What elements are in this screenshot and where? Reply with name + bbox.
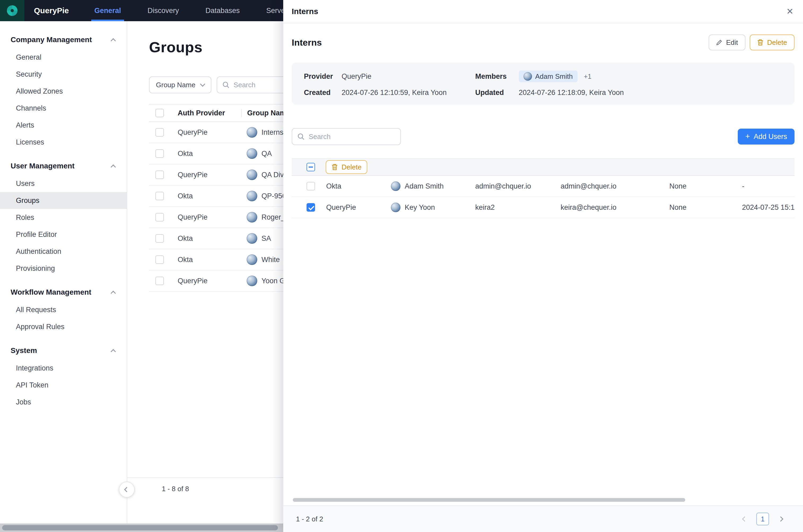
sidebar-section-title-user-management[interactable]: User Management — [0, 157, 127, 175]
member-provider: Okta — [326, 182, 391, 190]
member-provider: QueryPie — [326, 204, 391, 212]
group-name-value[interactable]: White — [262, 256, 280, 264]
nav-tab-discovery[interactable]: Discovery — [145, 0, 181, 21]
group-name-value[interactable]: QA — [262, 150, 272, 158]
bulk-delete-button[interactable]: Delete — [326, 160, 367, 174]
pencil-icon — [716, 39, 722, 45]
sidebar-item-alerts[interactable]: Alerts — [0, 117, 127, 134]
members-toolbar: + Add Users — [292, 128, 795, 145]
sidebar-item-channels[interactable]: Channels — [0, 100, 127, 117]
trash-icon — [331, 164, 338, 171]
sidebar-item-roles[interactable]: Roles — [0, 209, 127, 226]
member-name: Key Yoon — [405, 204, 435, 212]
member-email: admin@chquer.io — [561, 182, 669, 190]
sidebar-collapse-button[interactable] — [119, 481, 135, 497]
scrollbar-thumb[interactable] — [2, 525, 278, 530]
sidebar-item-profile-editor[interactable]: Profile Editor — [0, 226, 127, 243]
chevron-up-icon — [111, 38, 116, 43]
select-all-checkbox[interactable] — [307, 163, 315, 171]
group-avatar — [247, 148, 257, 159]
group-heading-row: Interns Edit Delete — [292, 35, 795, 51]
nav-tab-databases[interactable]: Databases — [204, 0, 242, 21]
select-all-checkbox[interactable] — [155, 109, 164, 117]
members-more-count[interactable]: +1 — [584, 73, 592, 80]
sidebar-section-title-system[interactable]: System — [0, 342, 127, 360]
add-users-button[interactable]: + Add Users — [738, 129, 795, 145]
search-icon — [223, 81, 229, 88]
row-checkbox[interactable] — [155, 277, 164, 285]
auth-provider-value: Okta — [178, 150, 241, 158]
querypie-logo[interactable] — [0, 0, 24, 21]
chevron-right-icon — [778, 516, 783, 522]
member-date: - — [742, 182, 795, 190]
column-auth-provider[interactable]: Auth Provider — [178, 109, 241, 117]
row-checkbox[interactable] — [155, 171, 164, 179]
member-access: None — [669, 182, 742, 190]
row-checkbox[interactable] — [155, 234, 164, 243]
member-access: None — [669, 204, 742, 212]
auth-provider-value: Okta — [178, 234, 241, 243]
row-checkbox[interactable] — [155, 192, 164, 200]
sidebar-item-licenses[interactable]: Licenses — [0, 134, 127, 151]
sidebar-item-api-token[interactable]: API Token — [0, 377, 127, 394]
row-checkbox[interactable] — [155, 255, 164, 264]
chevron-up-icon — [111, 291, 116, 296]
row-checkbox[interactable] — [307, 203, 315, 212]
sidebar-section-title-company-management[interactable]: Company Management — [0, 31, 127, 49]
group-avatar — [247, 127, 257, 138]
sidebar-item-integrations[interactable]: Integrations — [0, 360, 127, 377]
member-row[interactable]: QueryPie Key Yoon keira2 keira@chequer.i… — [292, 197, 795, 218]
group-name-value[interactable]: Interns — [262, 128, 284, 137]
plus-icon: + — [745, 132, 750, 140]
group-info-panel: Provider QueryPie Members Adam Smith +1 … — [292, 62, 795, 105]
edit-button[interactable]: Edit — [709, 35, 745, 51]
sidebar-item-users[interactable]: Users — [0, 175, 127, 192]
member-username: admin@chquer.io — [475, 182, 561, 190]
member-row[interactable]: Okta Adam Smith admin@chquer.io admin@ch… — [292, 176, 795, 197]
trash-icon — [757, 39, 764, 46]
row-checkbox[interactable] — [155, 128, 164, 137]
drawer-header: Interns ✕ — [283, 0, 803, 23]
members-pager: 1 — [741, 513, 785, 525]
nav-tab-general[interactable]: General — [92, 0, 123, 21]
sidebar-item-general[interactable]: General — [0, 49, 127, 66]
admin-sidebar: Company Management General Security Allo… — [0, 21, 127, 524]
sidebar-item-approval-rules[interactable]: Approval Rules — [0, 318, 127, 335]
member-date: 2024-07-25 15:18:34 — [742, 204, 795, 212]
created-value: 2024-07-26 12:10:59, Keira Yoon — [342, 89, 475, 97]
prev-page-button[interactable] — [741, 515, 749, 523]
chevron-down-icon — [200, 81, 205, 87]
auth-provider-value: Okta — [178, 192, 241, 200]
member-name: Adam Smith — [405, 182, 444, 190]
close-icon[interactable]: ✕ — [786, 7, 794, 16]
sidebar-item-allowed-zones[interactable]: Allowed Zones — [0, 83, 127, 100]
provider-value: QueryPie — [342, 72, 475, 81]
members-search-input[interactable] — [309, 133, 395, 141]
row-checkbox[interactable] — [155, 149, 164, 158]
sidebar-item-groups[interactable]: Groups — [0, 192, 127, 209]
auth-provider-value: QueryPie — [178, 128, 241, 137]
group-name-value[interactable]: SA — [262, 234, 271, 243]
next-page-button[interactable] — [777, 515, 785, 523]
sidebar-item-provisioning[interactable]: Provisioning — [0, 260, 127, 277]
members-label: Members — [475, 72, 519, 81]
sidebar-section-user-management: User Management Users Groups Roles Profi… — [0, 157, 127, 277]
group-detail-drawer: Interns ✕ Interns Edit Delete — [283, 0, 803, 532]
sidebar-item-all-requests[interactable]: All Requests — [0, 301, 127, 318]
row-checkbox[interactable] — [155, 213, 164, 222]
delete-group-button[interactable]: Delete — [750, 35, 795, 51]
page-number-button[interactable]: 1 — [756, 513, 769, 525]
row-checkbox[interactable] — [307, 182, 315, 190]
drawer-horizontal-scrollbar[interactable] — [293, 498, 685, 502]
group-avatar — [247, 212, 257, 223]
drawer-footer: 1 - 2 of 2 1 — [283, 506, 803, 532]
sidebar-item-authentication[interactable]: Authentication — [0, 243, 127, 260]
sidebar-section-title-workflow-management[interactable]: Workflow Management — [0, 283, 127, 301]
sidebar-item-security[interactable]: Security — [0, 66, 127, 83]
member-chip[interactable]: Adam Smith — [519, 71, 578, 82]
delete-button-label: Delete — [767, 38, 787, 47]
sidebar-item-jobs[interactable]: Jobs — [0, 394, 127, 411]
chevron-left-icon — [742, 516, 747, 522]
group-name-filter-dropdown[interactable]: Group Name — [149, 76, 211, 93]
provider-label: Provider — [304, 72, 342, 81]
